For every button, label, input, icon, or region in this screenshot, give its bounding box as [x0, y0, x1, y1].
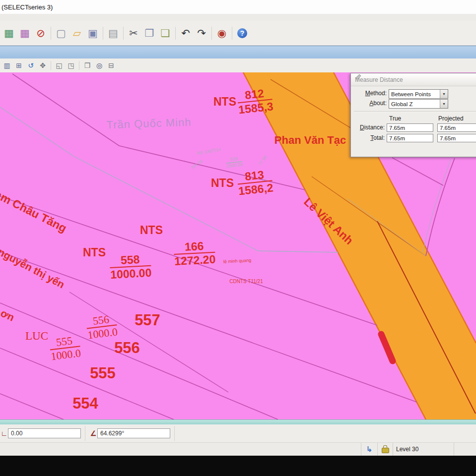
rotate-view-icon: ↺: [28, 62, 34, 69]
view-toolbar: ▥⊞↺✥◱◳❐◎⊟: [0, 59, 476, 72]
microstation-window: (SELECTseries 3) ▦▦⊘▢▱▣▤✂❐❏↶↷◉? ▥⊞↺✥◱◳❐◎…: [0, 0, 476, 476]
main-toolbar: ▦▦⊘▢▱▣▤✂❐❏↶↷◉?: [0, 21, 476, 46]
window-area-icon[interactable]: ◱: [53, 60, 65, 71]
redo-icon: ↷: [197, 28, 206, 38]
new-file-icon: ▢: [56, 28, 66, 38]
map-view[interactable]: Trần Quốc MinhNTS8121585,3Phan Văn TạcRE…: [0, 72, 476, 419]
new-file-icon[interactable]: ▢: [53, 25, 69, 42]
survey-note: CDNTS T11/21: [229, 279, 263, 285]
undo-icon: ↶: [181, 28, 190, 38]
accusnap-cell[interactable]: ↳: [361, 443, 378, 456]
no-plot-icon[interactable]: ⊘: [33, 25, 49, 42]
dialog-title: Measure Distance: [355, 76, 403, 83]
angle-input[interactable]: [97, 428, 170, 438]
parcel-id-label: 555: [90, 365, 116, 382]
coord-input[interactable]: [8, 428, 81, 438]
owner-label: Phan Văn Tạc: [274, 134, 346, 146]
cut-icon: ✂: [129, 28, 138, 38]
paste-icon[interactable]: ❏: [157, 25, 173, 42]
active-level-label: Level 30: [396, 446, 418, 453]
publish-globe-icon[interactable]: ◉: [214, 25, 230, 42]
parcel-area: 1000.00: [110, 266, 152, 281]
toolbar-separator: [103, 27, 103, 40]
parcel-boundary-curve: [426, 158, 455, 256]
parcel-number-label: 1661272.20: [173, 239, 216, 268]
survey-note: 5392840.09: [226, 156, 243, 169]
divider: [85, 426, 85, 441]
measure-distance-dialog: Measure Distance Method: Between Points …: [350, 73, 476, 157]
fit-view-icon: ⊞: [16, 62, 22, 69]
copy-icon[interactable]: ❐: [141, 25, 157, 42]
cut-icon[interactable]: ✂: [126, 25, 141, 42]
toolbar-separator: [51, 27, 51, 40]
print-icon: ▤: [108, 28, 118, 38]
view-flag-icon: ⊟: [108, 62, 114, 69]
window-center-icon: ◳: [68, 62, 74, 69]
method-dropdown[interactable]: Between Points: [389, 89, 448, 99]
toolbar-separator: [232, 27, 232, 40]
screen-bottom-band: [0, 456, 476, 476]
dialog-titlebar[interactable]: Measure Distance: [351, 73, 476, 86]
open-file-icon[interactable]: ▱: [69, 25, 85, 42]
parcel-boundary-curve: [423, 160, 451, 252]
open-file-icon: ▱: [73, 28, 81, 38]
references-icon[interactable]: ▦: [17, 25, 33, 42]
help-icon[interactable]: ?: [234, 25, 250, 42]
copy-view-icon: ❐: [84, 62, 91, 69]
save-file-icon[interactable]: ▣: [85, 25, 101, 42]
active-level-cell[interactable]: Level 30: [393, 443, 454, 456]
column-header-true: True: [389, 115, 401, 122]
zoom-icon[interactable]: ◎: [93, 60, 105, 71]
copy-view-icon[interactable]: ❐: [81, 60, 93, 71]
rotate-view-icon[interactable]: ↺: [25, 60, 37, 71]
window-titlebar: (SELECTseries 3): [0, 0, 476, 14]
zoom-icon: ◎: [96, 62, 102, 69]
coord-lock-icon[interactable]: ∟: [0, 429, 8, 437]
toolbar-separator: [211, 27, 212, 40]
models-icon[interactable]: ▦: [1, 25, 17, 42]
angle-lock-icon[interactable]: ∠: [89, 429, 97, 437]
dropdown-arrow-icon[interactable]: [440, 90, 448, 98]
divider: [174, 426, 175, 441]
view-scrollbar-strip[interactable]: [0, 419, 476, 424]
window-center-icon[interactable]: ◳: [65, 60, 77, 71]
menu-strip: [0, 14, 476, 21]
distance-projected-field[interactable]: [437, 123, 476, 132]
measure-icon: [355, 73, 362, 80]
owner-label: Trần Quốc Minh: [106, 116, 192, 130]
pan-view-icon: ✥: [40, 62, 46, 69]
column-header-projected: Projected: [438, 115, 464, 122]
lock-icon: [382, 448, 389, 453]
parcel-code-label: NTS: [83, 246, 106, 258]
parcel-id-label: 556: [114, 340, 140, 357]
undo-icon[interactable]: ↶: [178, 25, 194, 42]
toolbar-separator: [79, 61, 79, 70]
redo-icon[interactable]: ↷: [194, 25, 209, 42]
dialog-separator: [354, 111, 476, 112]
accudraw-bar: ∟ ∠: [0, 424, 476, 443]
toolbar-separator: [123, 27, 124, 40]
copy-icon: ❐: [145, 28, 154, 38]
pan-view-icon[interactable]: ✥: [37, 60, 49, 71]
total-true-field[interactable]: [387, 134, 433, 142]
no-plot-icon: ⊘: [36, 28, 45, 38]
parcel-number-label: 8121585,3: [236, 86, 273, 116]
view-flag-icon[interactable]: ⊟: [105, 60, 117, 71]
distance-true-field[interactable]: [387, 123, 433, 132]
parcel-code-label: NTS: [213, 96, 236, 108]
status-spacer: [454, 443, 476, 456]
view-window-titlebar: [0, 46, 476, 59]
parcel-id-label: 557: [135, 312, 160, 329]
about-dropdown[interactable]: Global Z: [389, 99, 448, 109]
lock-cell[interactable]: [378, 443, 393, 456]
dropdown-arrow-icon[interactable]: [440, 100, 448, 108]
view-attributes-icon[interactable]: ▥: [1, 60, 13, 71]
fit-view-icon[interactable]: ⊞: [13, 60, 25, 71]
parcel-number-label: 5581000.00: [109, 253, 152, 281]
paste-icon: ❏: [161, 28, 170, 38]
total-projected-field[interactable]: [437, 134, 476, 142]
about-value: Global Z: [389, 101, 440, 107]
print-icon[interactable]: ▤: [105, 25, 121, 42]
publish-globe-icon: ◉: [217, 28, 226, 38]
total-label: Total:: [354, 134, 385, 141]
